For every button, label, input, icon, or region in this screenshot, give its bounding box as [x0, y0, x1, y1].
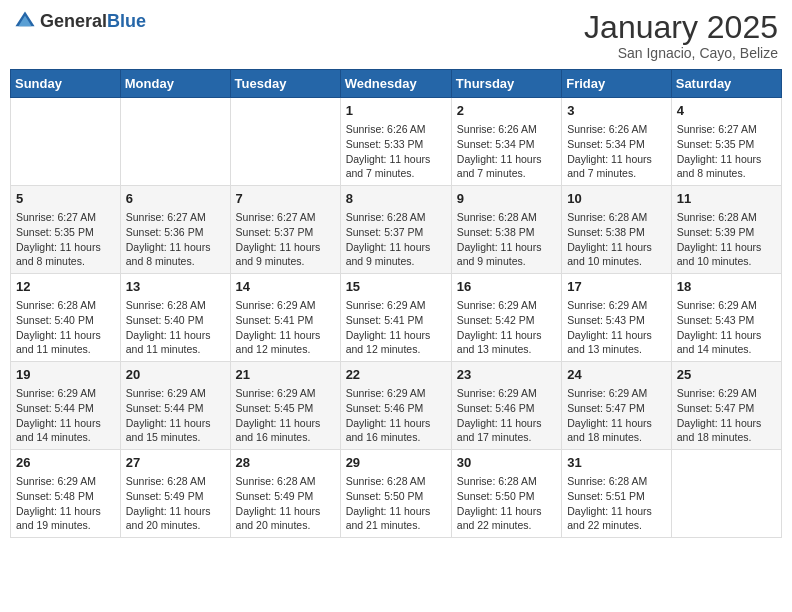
- day-header-tuesday: Tuesday: [230, 70, 340, 98]
- calendar-cell: 12Sunrise: 6:28 AMSunset: 5:40 PMDayligh…: [11, 274, 121, 362]
- calendar-cell: [11, 98, 121, 186]
- day-number: 28: [236, 454, 335, 472]
- calendar-cell: 5Sunrise: 6:27 AMSunset: 5:35 PMDaylight…: [11, 186, 121, 274]
- calendar-cell: 16Sunrise: 6:29 AMSunset: 5:42 PMDayligh…: [451, 274, 561, 362]
- day-info: Sunrise: 6:29 AMSunset: 5:41 PMDaylight:…: [346, 298, 446, 357]
- calendar-cell: 8Sunrise: 6:28 AMSunset: 5:37 PMDaylight…: [340, 186, 451, 274]
- calendar-cell: 30Sunrise: 6:28 AMSunset: 5:50 PMDayligh…: [451, 449, 561, 537]
- calendar-cell: 19Sunrise: 6:29 AMSunset: 5:44 PMDayligh…: [11, 362, 121, 450]
- day-number: 16: [457, 278, 556, 296]
- calendar-cell: 6Sunrise: 6:27 AMSunset: 5:36 PMDaylight…: [120, 186, 230, 274]
- day-number: 14: [236, 278, 335, 296]
- day-number: 3: [567, 102, 666, 120]
- day-number: 26: [16, 454, 115, 472]
- day-number: 19: [16, 366, 115, 384]
- day-info: Sunrise: 6:27 AMSunset: 5:35 PMDaylight:…: [16, 210, 115, 269]
- day-info: Sunrise: 6:26 AMSunset: 5:34 PMDaylight:…: [567, 122, 666, 181]
- day-number: 23: [457, 366, 556, 384]
- day-info: Sunrise: 6:29 AMSunset: 5:48 PMDaylight:…: [16, 474, 115, 533]
- day-header-saturday: Saturday: [671, 70, 781, 98]
- calendar-table: SundayMondayTuesdayWednesdayThursdayFrid…: [10, 69, 782, 538]
- calendar-week-row: 5Sunrise: 6:27 AMSunset: 5:35 PMDaylight…: [11, 186, 782, 274]
- day-info: Sunrise: 6:28 AMSunset: 5:38 PMDaylight:…: [567, 210, 666, 269]
- calendar-cell: 17Sunrise: 6:29 AMSunset: 5:43 PMDayligh…: [562, 274, 672, 362]
- day-number: 25: [677, 366, 776, 384]
- calendar-cell: 23Sunrise: 6:29 AMSunset: 5:46 PMDayligh…: [451, 362, 561, 450]
- calendar-week-row: 19Sunrise: 6:29 AMSunset: 5:44 PMDayligh…: [11, 362, 782, 450]
- calendar-cell: 10Sunrise: 6:28 AMSunset: 5:38 PMDayligh…: [562, 186, 672, 274]
- day-number: 27: [126, 454, 225, 472]
- calendar-cell: 22Sunrise: 6:29 AMSunset: 5:46 PMDayligh…: [340, 362, 451, 450]
- day-number: 17: [567, 278, 666, 296]
- calendar-cell: 7Sunrise: 6:27 AMSunset: 5:37 PMDaylight…: [230, 186, 340, 274]
- day-info: Sunrise: 6:29 AMSunset: 5:43 PMDaylight:…: [567, 298, 666, 357]
- day-info: Sunrise: 6:28 AMSunset: 5:49 PMDaylight:…: [126, 474, 225, 533]
- day-number: 2: [457, 102, 556, 120]
- day-number: 24: [567, 366, 666, 384]
- calendar-cell: 13Sunrise: 6:28 AMSunset: 5:40 PMDayligh…: [120, 274, 230, 362]
- calendar-cell: 25Sunrise: 6:29 AMSunset: 5:47 PMDayligh…: [671, 362, 781, 450]
- day-number: 18: [677, 278, 776, 296]
- calendar-cell: 2Sunrise: 6:26 AMSunset: 5:34 PMDaylight…: [451, 98, 561, 186]
- day-info: Sunrise: 6:28 AMSunset: 5:39 PMDaylight:…: [677, 210, 776, 269]
- calendar-week-row: 1Sunrise: 6:26 AMSunset: 5:33 PMDaylight…: [11, 98, 782, 186]
- calendar-cell: 26Sunrise: 6:29 AMSunset: 5:48 PMDayligh…: [11, 449, 121, 537]
- day-info: Sunrise: 6:29 AMSunset: 5:47 PMDaylight:…: [567, 386, 666, 445]
- calendar-cell: 24Sunrise: 6:29 AMSunset: 5:47 PMDayligh…: [562, 362, 672, 450]
- calendar-cell: [230, 98, 340, 186]
- day-info: Sunrise: 6:28 AMSunset: 5:50 PMDaylight:…: [346, 474, 446, 533]
- day-number: 6: [126, 190, 225, 208]
- calendar-cell: 11Sunrise: 6:28 AMSunset: 5:39 PMDayligh…: [671, 186, 781, 274]
- day-number: 5: [16, 190, 115, 208]
- calendar-cell: 14Sunrise: 6:29 AMSunset: 5:41 PMDayligh…: [230, 274, 340, 362]
- day-number: 29: [346, 454, 446, 472]
- page-header: GeneralBlue January 2025 San Ignacio, Ca…: [10, 10, 782, 61]
- calendar-cell: 21Sunrise: 6:29 AMSunset: 5:45 PMDayligh…: [230, 362, 340, 450]
- calendar-cell: 15Sunrise: 6:29 AMSunset: 5:41 PMDayligh…: [340, 274, 451, 362]
- day-info: Sunrise: 6:28 AMSunset: 5:49 PMDaylight:…: [236, 474, 335, 533]
- day-number: 30: [457, 454, 556, 472]
- day-info: Sunrise: 6:28 AMSunset: 5:40 PMDaylight:…: [16, 298, 115, 357]
- day-number: 11: [677, 190, 776, 208]
- day-info: Sunrise: 6:26 AMSunset: 5:33 PMDaylight:…: [346, 122, 446, 181]
- day-number: 7: [236, 190, 335, 208]
- day-number: 20: [126, 366, 225, 384]
- day-info: Sunrise: 6:28 AMSunset: 5:38 PMDaylight:…: [457, 210, 556, 269]
- day-info: Sunrise: 6:28 AMSunset: 5:50 PMDaylight:…: [457, 474, 556, 533]
- day-header-sunday: Sunday: [11, 70, 121, 98]
- day-header-friday: Friday: [562, 70, 672, 98]
- day-number: 13: [126, 278, 225, 296]
- logo-text-general: General: [40, 11, 107, 31]
- day-number: 21: [236, 366, 335, 384]
- calendar-cell: 31Sunrise: 6:28 AMSunset: 5:51 PMDayligh…: [562, 449, 672, 537]
- calendar-week-row: 26Sunrise: 6:29 AMSunset: 5:48 PMDayligh…: [11, 449, 782, 537]
- calendar-week-row: 12Sunrise: 6:28 AMSunset: 5:40 PMDayligh…: [11, 274, 782, 362]
- location: San Ignacio, Cayo, Belize: [584, 45, 778, 61]
- calendar-cell: 9Sunrise: 6:28 AMSunset: 5:38 PMDaylight…: [451, 186, 561, 274]
- day-number: 22: [346, 366, 446, 384]
- logo-text-blue: Blue: [107, 11, 146, 31]
- day-header-thursday: Thursday: [451, 70, 561, 98]
- calendar-header-row: SundayMondayTuesdayWednesdayThursdayFrid…: [11, 70, 782, 98]
- logo: GeneralBlue: [14, 10, 146, 32]
- calendar-cell: 3Sunrise: 6:26 AMSunset: 5:34 PMDaylight…: [562, 98, 672, 186]
- calendar-cell: [120, 98, 230, 186]
- day-number: 31: [567, 454, 666, 472]
- day-info: Sunrise: 6:27 AMSunset: 5:36 PMDaylight:…: [126, 210, 225, 269]
- day-info: Sunrise: 6:28 AMSunset: 5:40 PMDaylight:…: [126, 298, 225, 357]
- day-info: Sunrise: 6:28 AMSunset: 5:51 PMDaylight:…: [567, 474, 666, 533]
- day-number: 8: [346, 190, 446, 208]
- day-info: Sunrise: 6:29 AMSunset: 5:46 PMDaylight:…: [346, 386, 446, 445]
- day-info: Sunrise: 6:28 AMSunset: 5:37 PMDaylight:…: [346, 210, 446, 269]
- day-info: Sunrise: 6:29 AMSunset: 5:43 PMDaylight:…: [677, 298, 776, 357]
- day-number: 1: [346, 102, 446, 120]
- day-header-wednesday: Wednesday: [340, 70, 451, 98]
- day-number: 4: [677, 102, 776, 120]
- calendar-cell: 29Sunrise: 6:28 AMSunset: 5:50 PMDayligh…: [340, 449, 451, 537]
- day-info: Sunrise: 6:29 AMSunset: 5:47 PMDaylight:…: [677, 386, 776, 445]
- month-title: January 2025: [584, 10, 778, 45]
- day-number: 9: [457, 190, 556, 208]
- calendar-cell: 27Sunrise: 6:28 AMSunset: 5:49 PMDayligh…: [120, 449, 230, 537]
- day-info: Sunrise: 6:29 AMSunset: 5:44 PMDaylight:…: [126, 386, 225, 445]
- calendar-cell: 20Sunrise: 6:29 AMSunset: 5:44 PMDayligh…: [120, 362, 230, 450]
